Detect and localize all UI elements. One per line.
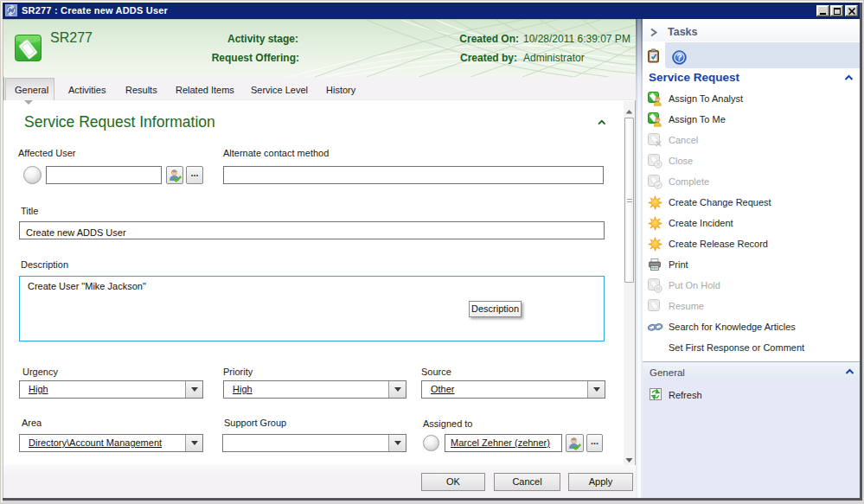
- svg-text:?: ?: [676, 52, 682, 62]
